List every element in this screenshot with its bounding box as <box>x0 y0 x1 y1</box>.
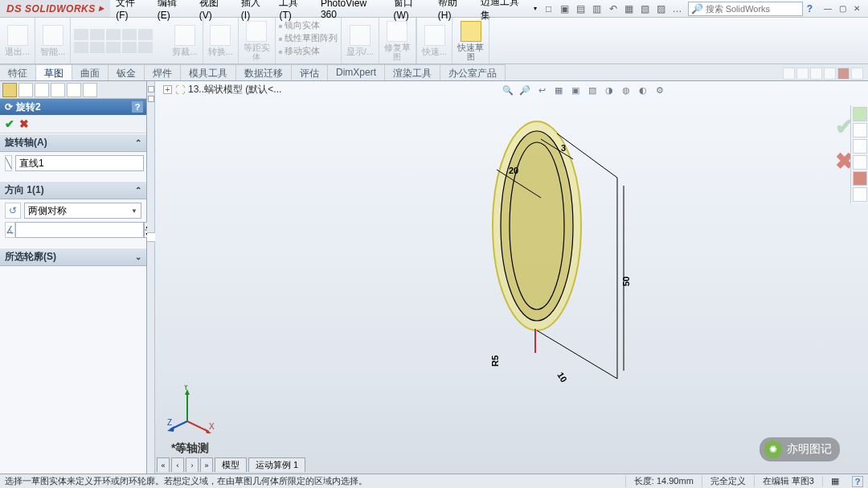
tab-dimxpert[interactable]: DimXpert <box>328 64 385 80</box>
text-icon[interactable] <box>138 42 153 53</box>
search-box[interactable]: 🔎 <box>688 2 803 16</box>
tab-sketch[interactable]: 草图 <box>36 64 72 80</box>
ribbon-convert[interactable]: 转换... <box>203 18 239 64</box>
view-settings-icon[interactable]: ⚙ <box>653 83 667 97</box>
tp-appearances-icon[interactable] <box>853 171 867 186</box>
zoom-area-icon[interactable]: 🔎 <box>518 83 532 97</box>
vp-two-h-icon[interactable] <box>796 68 809 80</box>
tab-office[interactable]: 办公室产品 <box>440 64 506 80</box>
tp-file-explorer-icon[interactable] <box>853 139 867 154</box>
vp-single-icon[interactable] <box>783 68 795 80</box>
menu-overflow-icon[interactable]: ▾ <box>532 5 538 12</box>
fm-tab-feature-tree-icon[interactable] <box>2 83 17 97</box>
search-input[interactable] <box>706 4 800 14</box>
move-entities[interactable]: 移动实体 <box>279 45 338 57</box>
fm-tab-dimxpert-icon[interactable] <box>51 83 65 97</box>
qat-save-icon[interactable]: ▤ <box>574 2 588 16</box>
vp-four-icon[interactable] <box>824 68 836 80</box>
pm-section-contour-header[interactable]: 所选轮廓(S) ⌄ <box>0 248 146 266</box>
orientation-triad[interactable]: Y X Z <box>167 385 215 433</box>
qat-open-icon[interactable]: ▣ <box>558 2 572 16</box>
qat-select-icon[interactable]: ▦ <box>622 2 637 16</box>
pm-help-icon[interactable]: ? <box>132 101 143 113</box>
direction-type-select[interactable]: 两侧对称 ▼ <box>24 203 141 219</box>
minimize-button[interactable]: — <box>821 3 834 14</box>
axis-input[interactable] <box>15 155 144 171</box>
direction-reverse-icon[interactable]: ↺ <box>5 203 21 219</box>
tab-weldment[interactable]: 焊件 <box>145 64 181 80</box>
tab-scroll-last[interactable]: » <box>200 457 213 472</box>
tab-surface[interactable]: 曲面 <box>72 64 108 80</box>
ribbon-exit[interactable]: 退出... <box>0 18 35 64</box>
slot-icon[interactable] <box>122 42 137 53</box>
tab-scroll-prev[interactable]: ‹ <box>171 457 184 472</box>
fm-tab-property-icon[interactable] <box>18 83 33 97</box>
tab-model[interactable]: 模型 <box>215 457 247 472</box>
tab-moldtool[interactable]: 模具工具 <box>181 64 236 80</box>
section-view-icon[interactable]: ▦ <box>551 83 566 97</box>
ribbon-offset[interactable]: 等距实 体 <box>239 18 276 64</box>
pm-section-direction-header[interactable]: 方向 1(1) ⌃ <box>0 181 146 199</box>
flyout-feature-tree[interactable]: + ⛶ 13..蜗状模型 (默认<... <box>163 83 281 96</box>
angle-input[interactable] <box>15 222 144 238</box>
pm-ok-button[interactable]: ✔ <box>5 117 14 130</box>
fm-tab-appearance-icon[interactable] <box>83 83 97 97</box>
pm-cancel-button[interactable]: ✖ <box>19 117 29 130</box>
tp-design-library-icon[interactable] <box>853 123 867 137</box>
tp-view-palette-icon[interactable] <box>853 155 867 170</box>
mirror-entities[interactable]: 镜向实体 <box>279 19 338 31</box>
ribbon-quick-sketch[interactable]: 快速草 图 <box>452 18 489 64</box>
help-icon[interactable]: ? <box>803 2 817 16</box>
status-units[interactable]: ▦ <box>822 476 847 486</box>
display-style-icon[interactable]: ▧ <box>585 83 600 97</box>
tab-migration[interactable]: 数据迁移 <box>236 64 292 80</box>
panel-collapse-handle[interactable] <box>147 81 155 474</box>
ellipse-tool-icon[interactable] <box>90 42 104 53</box>
vp-two-v-icon[interactable] <box>810 68 822 80</box>
tab-motion[interactable]: 运动算例 1 <box>248 457 305 472</box>
fm-tab-config-icon[interactable] <box>35 83 49 97</box>
qat-undo-icon[interactable]: ↶ <box>606 2 620 16</box>
qat-new-icon[interactable]: □ <box>542 2 556 16</box>
view-orient-icon[interactable]: ▣ <box>568 83 583 97</box>
scene-icon[interactable]: ◐ <box>636 83 650 97</box>
ribbon-display[interactable]: 显示/... <box>342 18 379 64</box>
vp-close-icon[interactable] <box>851 68 863 80</box>
rectangle-icon[interactable] <box>138 29 153 40</box>
status-help-icon[interactable]: ? <box>852 476 863 487</box>
ribbon-trim[interactable]: 剪裁... <box>167 18 203 64</box>
qat-options-icon[interactable]: ▨ <box>654 2 669 16</box>
pm-section-axis-header[interactable]: 旋转轴(A) ⌃ <box>0 133 146 152</box>
graphics-area[interactable]: + ⛶ 13..蜗状模型 (默认<... 🔍 🔎 ↩ ▦ ▣ ▧ ◑ ◍ ◐ ⚙… <box>155 81 868 474</box>
arc-icon[interactable] <box>106 29 121 40</box>
tab-render[interactable]: 渲染工具 <box>385 64 440 80</box>
qat-print-icon[interactable]: ▥ <box>590 2 604 16</box>
qat-more-icon[interactable]: … <box>670 2 685 16</box>
logo-dropdown-icon[interactable]: ▶ <box>99 5 104 12</box>
zoom-fit-icon[interactable]: 🔍 <box>501 83 515 97</box>
circle-icon[interactable] <box>90 29 104 40</box>
point-icon[interactable] <box>106 42 121 53</box>
prev-view-icon[interactable]: ↩ <box>534 83 549 97</box>
appearance-icon[interactable]: ◍ <box>619 83 633 97</box>
fm-tab-display-icon[interactable] <box>67 83 81 97</box>
ribbon-repair[interactable]: 修复草 图 <box>379 18 416 64</box>
tree-expand-icon[interactable]: + <box>163 85 172 94</box>
hide-show-icon[interactable]: ◑ <box>602 83 616 97</box>
restore-button[interactable]: ▢ <box>836 3 849 14</box>
polygon-icon[interactable] <box>74 42 88 53</box>
angle-icon[interactable]: ∡ <box>5 222 15 238</box>
spline-icon[interactable] <box>122 29 137 40</box>
line-icon[interactable] <box>74 29 88 40</box>
ribbon-rapid[interactable]: 快速... <box>417 18 452 64</box>
tab-features[interactable]: 特征 <box>0 64 36 80</box>
close-button[interactable]: ✕ <box>850 3 863 14</box>
vp-fill-icon[interactable] <box>837 68 850 80</box>
tab-scroll-first[interactable]: « <box>157 457 170 472</box>
tab-evaluate[interactable]: 评估 <box>292 64 328 80</box>
ribbon-smart-dim[interactable]: 智能... <box>35 18 71 64</box>
tab-sheetmetal[interactable]: 钣金 <box>108 64 145 80</box>
tab-scroll-next[interactable]: › <box>186 457 199 472</box>
qat-rebuild-icon[interactable]: ▧ <box>638 2 653 16</box>
tp-custom-props-icon[interactable] <box>853 187 867 202</box>
